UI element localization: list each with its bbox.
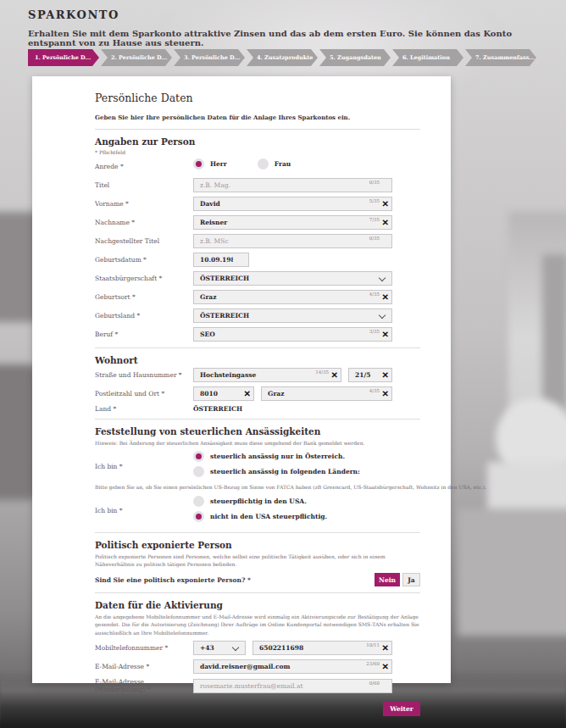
staatsbuergerschaft-select[interactable]: ÖSTERREICH: [193, 271, 392, 286]
vorname-input[interactable]: [194, 197, 391, 210]
row-mobiltelefonnummer: Mobiltelefonnummer * +43 10/11 ✕: [95, 641, 420, 655]
ort-input[interactable]: [262, 387, 391, 400]
clear-icon[interactable]: ✕: [382, 331, 389, 339]
steuer-option-oesterreich[interactable]: steuerlich ansässig nur in Österreich.: [193, 451, 420, 462]
nachname-input[interactable]: [194, 216, 391, 229]
form-card: Persönliche Daten Geben Sie hier Ihre pe…: [32, 76, 451, 683]
clear-icon[interactable]: ✕: [382, 219, 389, 227]
radio-icon[interactable]: [193, 511, 204, 522]
anrede-option-frau[interactable]: Frau: [258, 158, 291, 169]
email-field-wrap: 23/60 ✕: [193, 659, 392, 674]
radio-label: steuerpflichtig in den USA.: [210, 497, 307, 505]
radio-label: Frau: [275, 160, 291, 168]
form-intro: Geben Sie hier Ihre persönlichen Daten f…: [95, 114, 420, 121]
staatsbuergerschaft-label: Staatsbürgerschaft *: [95, 275, 193, 282]
page-subtitle: Erhalten Sie mit dem Sparkonto attraktiv…: [28, 29, 553, 47]
radio-icon[interactable]: [258, 158, 269, 169]
step-label: 5. Zugangsdaten: [330, 54, 381, 61]
strasse-field-wrap: 14/35 ✕: [193, 368, 341, 382]
geburtsdatum-input[interactable]: [194, 253, 248, 266]
mobil-input[interactable]: [253, 642, 391, 654]
clear-icon[interactable]: ✕: [382, 390, 389, 398]
clear-icon[interactable]: ✕: [382, 371, 389, 380]
nachname-label: Nachname *: [95, 219, 193, 226]
background-tower: [542, 254, 566, 424]
clear-icon[interactable]: ✕: [382, 200, 389, 208]
steuer-option-andere-laender[interactable]: steuerlich ansässig in folgenden Ländern…: [193, 466, 420, 477]
mobil-label: Mobiltelefonnummer *: [95, 644, 193, 652]
clear-icon[interactable]: ✕: [382, 293, 389, 302]
row-beruf: Beruf * 3/35 ✕: [95, 327, 420, 342]
radio-icon[interactable]: [193, 496, 204, 507]
clear-icon[interactable]: ✕: [382, 663, 389, 671]
ort-field-wrap: 4/35 ✕: [261, 386, 392, 401]
pep-yes-button[interactable]: Ja: [402, 573, 420, 586]
page: SPARKONTO Erhalten Sie mit dem Sparkonto…: [0, 0, 566, 728]
divider: [95, 592, 420, 593]
clear-icon[interactable]: ✕: [382, 644, 389, 653]
section-heading-person: Angaben zur Person: [95, 136, 420, 147]
step-label: 6. Legitimation: [402, 54, 450, 61]
row-email-wiederholung: E-Mail-Adresse (Wiederholung) * 0/60: [95, 678, 420, 693]
anrede-option-herr[interactable]: Herr: [193, 158, 227, 169]
row-geburtsort: Geburtsort * 4/35 ✕: [95, 290, 420, 304]
step-tab-2[interactable]: 2. Persönliche D...: [101, 49, 172, 66]
step-tab-4[interactable]: 4. Zusatzprodukte: [247, 49, 318, 66]
titel-field-wrap: 0/35: [193, 178, 392, 192]
steuer-option-usa-pflichtig[interactable]: steuerpflichtig in den USA.: [193, 496, 420, 507]
plz-field-wrap: ✕: [193, 386, 254, 401]
email-label: E-Mail-Adresse *: [95, 663, 193, 670]
radio-label: steuerlich ansässig in folgenden Ländern…: [210, 468, 360, 475]
row-geburtsdatum: Geburtsdatum *: [95, 253, 420, 267]
weiter-button[interactable]: Weiter: [383, 702, 420, 716]
row-plz-ort: Postleitzahl und Ort * ✕ 4/35 ✕: [95, 386, 420, 401]
email-input[interactable]: [194, 660, 391, 673]
row-steuer-gruppe-1: Ich bin * steuerlich ansässig nur in Öst…: [95, 451, 420, 481]
laendervorwahl-select[interactable]: +43: [193, 641, 246, 655]
clear-icon[interactable]: ✕: [331, 371, 338, 380]
step-tab-5[interactable]: 5. Zugangsdaten: [319, 49, 391, 66]
radio-icon[interactable]: [193, 466, 204, 477]
beruf-input[interactable]: [194, 328, 391, 341]
plz-ort-label: Postleitzahl und Ort *: [95, 390, 193, 397]
row-geburtsland: Geburtsland * ÖSTERREICH: [95, 308, 420, 323]
radio-icon[interactable]: [193, 451, 204, 462]
titel-input[interactable]: [194, 179, 391, 192]
page-header: SPARKONTO Erhalten Sie mit dem Sparkonto…: [28, 8, 553, 47]
anrede-label: Anrede *: [95, 163, 193, 170]
hausnummer-field-wrap: ✕: [348, 368, 392, 382]
step-tab-1[interactable]: 1. Persönliche D...: [28, 49, 99, 66]
ich-bin-label: Ich bin *: [95, 507, 193, 514]
clear-icon[interactable]: ✕: [244, 390, 251, 398]
pep-question: Sind Sie eine politisch exponierte Perso…: [95, 576, 375, 584]
select-value: ÖSTERREICH: [194, 272, 391, 285]
radio-icon[interactable]: [193, 158, 204, 169]
step-tab-7[interactable]: 7. Zusammenfass...: [465, 49, 536, 66]
divider: [95, 129, 420, 130]
vorname-field-wrap: 5/35 ✕: [193, 197, 392, 211]
beruf-label: Beruf *: [95, 331, 193, 338]
pep-question-row: Sind Sie eine politisch exponierte Perso…: [95, 573, 420, 586]
steuer-option-usa-nicht-pflichtig[interactable]: nicht in den USA steuerpflichtig.: [193, 511, 420, 522]
strasse-input[interactable]: [194, 369, 341, 381]
row-email: E-Mail-Adresse * 23/60 ✕: [95, 659, 420, 674]
row-nachname: Nachname * 7/35 ✕: [95, 215, 420, 230]
email-wiederholung-input[interactable]: [194, 680, 391, 692]
step-label: 7. Zusammenfass...: [475, 54, 535, 61]
step-tab-3[interactable]: 3. Persönliche D...: [174, 49, 245, 66]
section-heading-aktivierung: Daten für die Aktivierung: [95, 600, 420, 610]
geburtsort-input[interactable]: [194, 291, 391, 303]
nachgestellter-titel-input[interactable]: [194, 235, 391, 247]
pep-no-button[interactable]: Nein: [375, 573, 400, 586]
row-steuer-gruppe-2: Ich bin * steuerpflichtig in den USA. ni…: [95, 496, 420, 526]
step-tab-6[interactable]: 6. Legitimation: [392, 49, 463, 66]
geburtsort-label: Geburtsort *: [95, 293, 193, 301]
geburtsland-select[interactable]: ÖSTERREICH: [193, 308, 392, 323]
footer-actions: Weiter: [95, 702, 420, 716]
step-label: 2. Persönliche D...: [111, 54, 167, 61]
radio-label: Herr: [210, 160, 227, 168]
step-label: 4. Zusatzprodukte: [257, 54, 313, 61]
radio-label: steuerlich ansässig nur in Österreich.: [210, 453, 345, 460]
row-vorname: Vorname * 5/35 ✕: [95, 197, 420, 211]
ich-bin-label: Ich bin *: [95, 463, 193, 470]
